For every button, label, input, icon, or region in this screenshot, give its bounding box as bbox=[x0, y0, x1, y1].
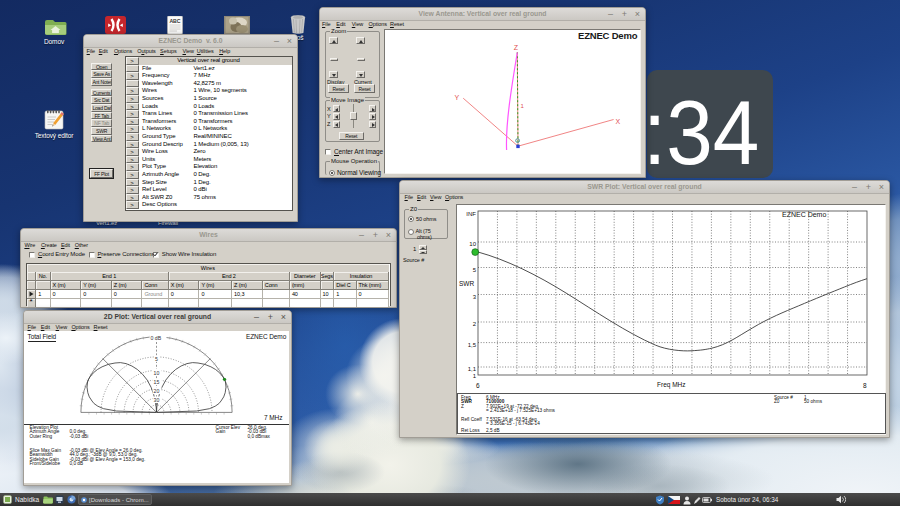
svg-text:2: 2 bbox=[473, 321, 477, 327]
svg-text:20: 20 bbox=[154, 388, 160, 394]
svg-text:1: 1 bbox=[521, 103, 525, 109]
svg-text:Z: Z bbox=[514, 43, 519, 50]
svg-text:3: 3 bbox=[473, 294, 477, 300]
svg-text:1,1: 1,1 bbox=[468, 366, 477, 372]
svg-text:1: 1 bbox=[473, 373, 477, 379]
svg-text:INF: INF bbox=[466, 211, 476, 217]
svg-text:30: 30 bbox=[154, 397, 160, 403]
svg-text:5: 5 bbox=[155, 356, 158, 362]
svg-text:0 dB: 0 dB bbox=[151, 335, 162, 341]
svg-text:1,5: 1,5 bbox=[468, 342, 477, 348]
svg-text:SWR: SWR bbox=[459, 280, 474, 287]
svg-text:Freq MHz: Freq MHz bbox=[657, 381, 686, 389]
svg-text:8: 8 bbox=[863, 382, 867, 389]
svg-text:X: X bbox=[616, 117, 621, 124]
svg-text:10: 10 bbox=[154, 370, 160, 376]
svg-text:5: 5 bbox=[473, 267, 477, 273]
svg-text:EZNEC Demo: EZNEC Demo bbox=[578, 30, 638, 41]
svg-text:ABC: ABC bbox=[169, 18, 180, 24]
svg-text:Y: Y bbox=[455, 94, 460, 101]
svg-text:6: 6 bbox=[476, 382, 480, 389]
svg-text:15: 15 bbox=[154, 379, 160, 385]
svg-text:EZNEC Demo: EZNEC Demo bbox=[782, 211, 826, 218]
svg-text:10: 10 bbox=[469, 241, 476, 247]
